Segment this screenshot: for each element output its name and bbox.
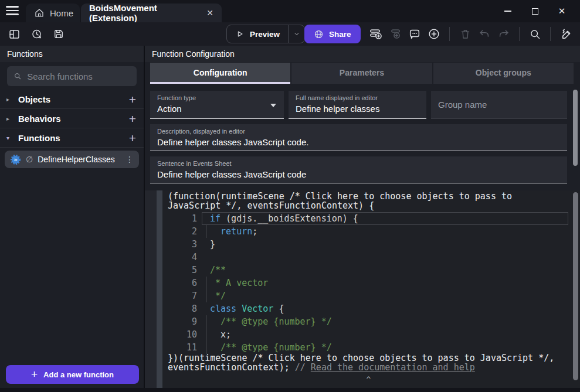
- preview-button-group: Preview: [226, 25, 305, 43]
- close-icon: ✕: [558, 6, 566, 16]
- line-number: 8: [168, 304, 197, 314]
- code-line-4[interactable]: 4: [168, 251, 569, 264]
- section-label: Behaviors: [18, 114, 124, 124]
- menu-hamburger-icon[interactable]: [6, 6, 19, 18]
- more-options-icon[interactable]: ⋮: [126, 155, 134, 164]
- plus-icon: +: [31, 368, 38, 381]
- full-name-field[interactable]: Full name displayed in editor Define hel…: [289, 91, 426, 119]
- function-type-label: Function type: [157, 94, 277, 101]
- function-name: DefineHelperClasses: [38, 155, 121, 164]
- group-name-input[interactable]: [438, 100, 560, 110]
- sidebar-item-behaviors[interactable]: ▸ Behaviors +: [0, 109, 144, 128]
- code-line-6[interactable]: 6 * A vector: [168, 277, 569, 289]
- editor-resize-handle[interactable]: [157, 190, 162, 388]
- code-line-10[interactable]: 10 x;: [168, 328, 569, 341]
- config-tabs: Configuration Parameters Object groups: [145, 62, 580, 84]
- code-text: class Vector {: [210, 304, 284, 314]
- chevron-down-icon[interactable]: ▾: [6, 135, 13, 141]
- delete-icon[interactable]: [458, 27, 472, 41]
- add-event-icon[interactable]: [369, 27, 383, 41]
- function-configuration-panel: Function Configuration Configuration Par…: [145, 46, 580, 388]
- add-behavior-button[interactable]: +: [129, 113, 136, 125]
- toolbar-right-icons: [369, 27, 573, 41]
- toolbar-divider: [449, 27, 450, 41]
- tab-home[interactable]: Home: [26, 4, 80, 22]
- sentence-value: Define helper classes JavaScript code: [157, 169, 560, 179]
- sidebar-title: Functions: [0, 46, 144, 62]
- add-comment-icon[interactable]: [408, 27, 422, 41]
- chevron-right-icon[interactable]: ▸: [6, 115, 13, 122]
- undo-icon[interactable]: [477, 27, 491, 41]
- add-new-function-label: Add a new function: [43, 370, 114, 379]
- redo-icon[interactable]: [497, 27, 511, 41]
- editor-left-margin: [145, 190, 157, 388]
- code-line-11[interactable]: 11 /** @type {number} */: [168, 341, 569, 354]
- line-number: 4: [168, 252, 197, 263]
- add-object-button[interactable]: +: [129, 93, 136, 105]
- code-line-7[interactable]: 7 */: [168, 289, 569, 302]
- minimize-button[interactable]: [494, 0, 521, 22]
- preview-button[interactable]: Preview: [227, 25, 288, 43]
- function-icon: »: [10, 154, 21, 165]
- code-line-9[interactable]: 9 /** @type {number} */: [168, 315, 569, 328]
- functions-sidebar: Functions ▸ Objects + ▸ Behaviors + ▾ Fu…: [0, 46, 145, 388]
- add-new-function-button[interactable]: + Add a new function: [6, 365, 139, 384]
- code-text: if (gdjs.__boidsExtension) {: [210, 213, 358, 224]
- code-text: /** @type {number} */: [210, 316, 332, 327]
- tab-parameters[interactable]: Parameters: [291, 63, 432, 84]
- window-bottom-edge: [0, 388, 580, 392]
- save-icon[interactable]: [52, 27, 66, 41]
- preview-dropdown-button[interactable]: [288, 25, 304, 43]
- code-text: */: [210, 291, 226, 301]
- add-subevent-icon[interactable]: [388, 27, 402, 41]
- main-area: Functions ▸ Objects + ▸ Behaviors + ▾ Fu…: [0, 46, 580, 388]
- svg-text:»: »: [13, 156, 18, 163]
- editor-expand-caret[interactable]: ^: [168, 375, 569, 384]
- search-box[interactable]: [7, 66, 137, 86]
- code-line-1[interactable]: 1if (gdjs.__boidsExtension) {: [168, 212, 569, 225]
- sidebar-item-functions[interactable]: ▾ Functions +: [0, 128, 144, 148]
- code-header-line[interactable]: (function(runtimeScene /* Click here to …: [168, 192, 569, 210]
- add-function-button[interactable]: +: [129, 132, 136, 144]
- share-button[interactable]: Share: [304, 25, 361, 43]
- chevron-right-icon[interactable]: ▸: [6, 96, 13, 103]
- line-number: 3: [168, 239, 197, 250]
- config-form: Function type Action Full name displayed…: [145, 84, 580, 183]
- code-editor-region: (function(runtimeScene /* Click here to …: [145, 190, 580, 388]
- documentation-link[interactable]: Read the documentation and help: [311, 362, 475, 373]
- tab-object-groups[interactable]: Object groups: [433, 63, 574, 84]
- function-type-select[interactable]: Function type Action: [150, 91, 284, 119]
- function-type-value: Action: [157, 104, 277, 114]
- sentence-field[interactable]: Sentence in Events Sheet Define helper c…: [150, 156, 567, 183]
- function-list-item-selected[interactable]: » ∅ DefineHelperClasses ⋮: [5, 151, 139, 168]
- line-number: 10: [168, 329, 197, 340]
- code-line-8[interactable]: 8class Vector {: [168, 302, 569, 315]
- code-editor[interactable]: (function(runtimeScene /* Click here to …: [162, 190, 580, 388]
- search-icon[interactable]: [528, 27, 542, 41]
- footer-comment-slashes: //: [295, 362, 311, 373]
- add-circle-icon[interactable]: [427, 27, 441, 41]
- project-manager-icon[interactable]: [7, 27, 21, 41]
- tab-close-icon[interactable]: ✕: [206, 8, 213, 18]
- search-input[interactable]: [27, 71, 130, 81]
- code-lines: 1if (gdjs.__boidsExtension) {2 return;3}…: [168, 212, 569, 354]
- code-footer-line[interactable]: })(runtimeScene /* Click here to choose …: [168, 354, 569, 372]
- close-button[interactable]: ✕: [548, 0, 575, 22]
- group-name-field[interactable]: [431, 91, 567, 119]
- full-name-label: Full name displayed in editor: [296, 94, 419, 101]
- maximize-button[interactable]: [521, 0, 548, 22]
- code-line-2[interactable]: 2 return;: [168, 225, 569, 238]
- tab-configuration[interactable]: Configuration: [150, 63, 290, 84]
- description-field[interactable]: Description, displayed in editor Define …: [150, 124, 567, 151]
- history-icon[interactable]: [29, 27, 43, 41]
- sentence-label: Sentence in Events Sheet: [157, 160, 560, 167]
- code-line-5[interactable]: 5/**: [168, 264, 569, 277]
- play-icon: [235, 29, 245, 39]
- edit-scene-icon[interactable]: [559, 27, 573, 41]
- form-scrollbar[interactable]: [573, 90, 578, 166]
- editor-scrollbar[interactable]: [573, 192, 578, 380]
- sidebar-item-objects[interactable]: ▸ Objects +: [0, 90, 144, 109]
- description-label: Description, displayed in editor: [157, 128, 560, 135]
- tab-active-extension[interactable]: BoidsMovement (Extension) ✕: [81, 4, 222, 22]
- code-line-3[interactable]: 3}: [168, 238, 569, 251]
